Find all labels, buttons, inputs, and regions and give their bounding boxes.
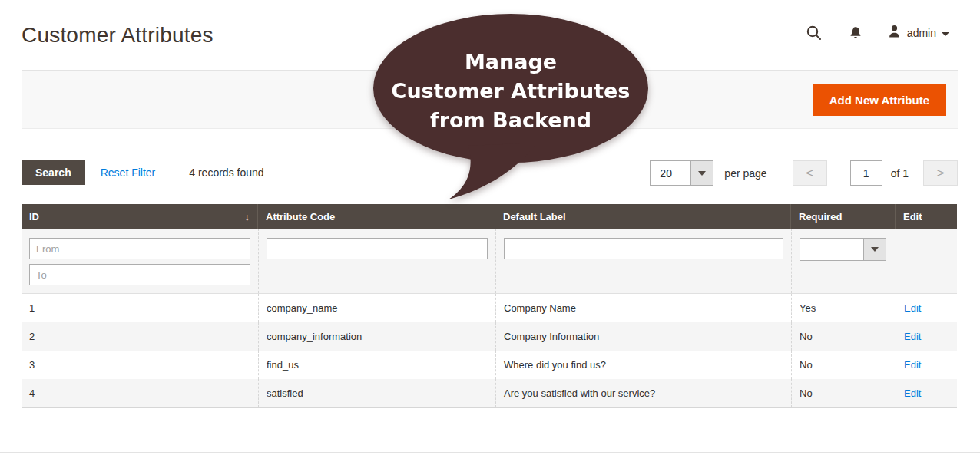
edit-filter-cell: [896, 229, 957, 293]
previous-page-button[interactable]: <: [793, 160, 827, 186]
customer-attributes-page: Customer Attributes admin Add New Attrib…: [0, 0, 980, 455]
cell-id: 4: [22, 379, 258, 407]
per-page-value: 20: [651, 161, 690, 185]
cell-default-label: Are you satisfied with our service?: [495, 379, 791, 407]
edit-link[interactable]: Edit: [904, 302, 921, 314]
cell-default-label: Company Information: [495, 322, 791, 351]
cell-default-label: Company Name: [495, 294, 791, 322]
sort-descending-icon: ↓: [245, 211, 250, 223]
grid-controls-left: Search Reset Filter 4 records found: [22, 160, 264, 185]
cell-required: No: [791, 379, 896, 407]
chevron-down-icon: [690, 161, 713, 185]
cell-attribute-code: find_us: [258, 351, 495, 379]
grid-controls-right: 20 per page < of 1 >: [650, 160, 958, 186]
table-row[interactable]: 2 company_information Company Informatio…: [22, 322, 957, 351]
per-page-select[interactable]: 20: [650, 160, 713, 186]
column-header-id[interactable]: ID ↓: [22, 204, 258, 229]
grid-filter-row: [22, 229, 957, 294]
records-found-text: 4 records found: [189, 167, 263, 179]
table-row[interactable]: 4 satisfied Are you satisfied with our s…: [22, 379, 957, 407]
table-row[interactable]: 1 company_name Company Name Yes Edit: [22, 294, 957, 322]
column-header-attribute-code[interactable]: Attribute Code: [258, 204, 495, 229]
callout-bubble: Manage Customer Attributes from Backend: [367, 6, 654, 207]
table-row[interactable]: 3 find_us Where did you find us? No Edit: [22, 351, 957, 379]
admin-user-label: admin: [907, 27, 936, 39]
page-title: Customer Attributes: [22, 23, 214, 48]
default-label-filter-input[interactable]: [504, 238, 783, 259]
edit-link[interactable]: Edit: [904, 331, 921, 342]
per-page-label: per page: [724, 167, 766, 180]
callout-line-3: from Backend: [430, 108, 591, 132]
cell-required: No: [791, 322, 896, 351]
user-icon: [887, 24, 902, 42]
footer-divider: [0, 452, 980, 453]
callout-line-2: Customer Attributes: [392, 79, 631, 103]
default-label-filter-cell: [495, 229, 791, 293]
search-icon[interactable]: [804, 23, 824, 43]
cell-id: 3: [22, 351, 258, 379]
reset-filter-link[interactable]: Reset Filter: [101, 167, 156, 179]
chevron-down-icon: [863, 239, 886, 260]
admin-account-menu[interactable]: admin: [887, 24, 949, 42]
notifications-bell-icon[interactable]: [846, 23, 866, 43]
id-filter-cell: [22, 229, 258, 293]
cell-default-label: Where did you find us?: [495, 351, 791, 379]
attribute-code-filter-input[interactable]: [267, 238, 488, 259]
cell-attribute-code: company_information: [258, 322, 495, 351]
next-page-button[interactable]: >: [923, 160, 958, 186]
edit-link[interactable]: Edit: [904, 359, 921, 371]
current-page-input[interactable]: [850, 160, 882, 186]
attribute-code-filter-cell: [258, 229, 495, 293]
grid-header-row: ID ↓ Attribute Code Default Label Requir…: [22, 204, 957, 229]
column-header-required[interactable]: Required: [791, 204, 896, 229]
cell-required: Yes: [791, 294, 896, 322]
edit-link[interactable]: Edit: [904, 387, 921, 399]
header-actions: admin: [804, 23, 949, 43]
cell-attribute-code: company_name: [258, 294, 495, 322]
required-filter-select[interactable]: [800, 238, 886, 261]
attributes-grid: ID ↓ Attribute Code Default Label Requir…: [22, 204, 957, 408]
cell-id: 1: [22, 294, 258, 322]
column-header-edit: Edit: [896, 204, 957, 229]
chevron-down-icon: [942, 32, 949, 36]
add-new-attribute-button[interactable]: Add New Attribute: [813, 84, 946, 116]
required-filter-cell: [791, 229, 896, 293]
cell-attribute-code: satisfied: [258, 379, 495, 407]
column-header-default-label[interactable]: Default Label: [495, 204, 791, 229]
cell-id: 2: [22, 322, 258, 351]
callout-line-1: Manage: [465, 50, 557, 74]
cell-required: No: [791, 351, 896, 379]
total-pages-label: of 1: [891, 167, 909, 180]
id-to-filter-input[interactable]: [29, 264, 250, 285]
id-from-filter-input[interactable]: [29, 238, 250, 259]
search-button[interactable]: Search: [22, 160, 85, 185]
